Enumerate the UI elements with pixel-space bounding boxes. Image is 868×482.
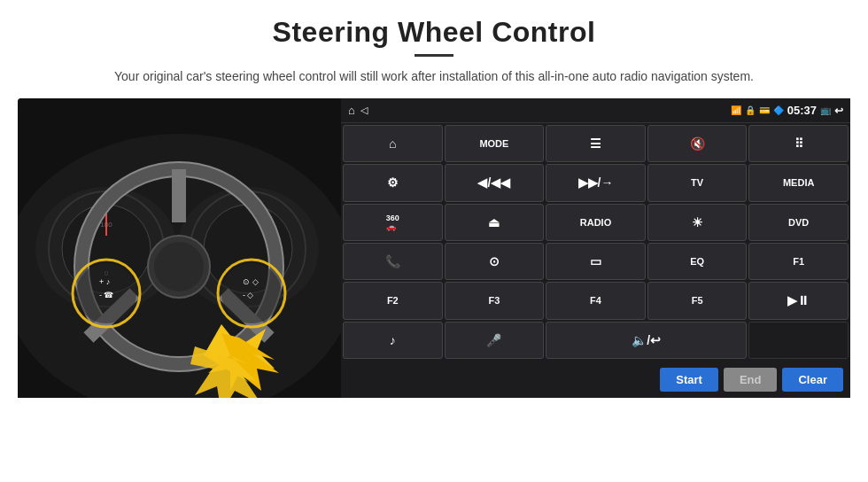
mute-icon: 🔇 — [690, 137, 705, 150]
btn-phone[interactable]: 📞 — [343, 243, 443, 280]
end-button[interactable]: End — [724, 368, 778, 392]
f3-label: F3 — [488, 295, 500, 306]
screen-icon: 📺 — [820, 105, 831, 115]
clear-button[interactable]: Clear — [782, 368, 843, 392]
btn-mic[interactable]: 🎤 — [445, 322, 545, 359]
status-bar: ⌂ ◁ 📶 🔒 💳 🔷 05:37 📺 ↩ — [341, 98, 850, 123]
page-title: Steering Wheel Control — [273, 16, 596, 49]
mic-icon: 🎤 — [486, 334, 501, 346]
steering-wheel-image: 180 0 + ♪ - ☎ — [18, 98, 341, 398]
music-icon: ♪ — [390, 334, 396, 346]
back-icon[interactable]: ↩ — [834, 105, 843, 117]
svg-text:- ☎: - ☎ — [99, 291, 114, 299]
tv-label: TV — [691, 177, 703, 188]
btn-f4[interactable]: F4 — [546, 282, 646, 319]
start-button[interactable]: Start — [660, 368, 718, 392]
btn-empty — [748, 322, 849, 359]
btn-f1[interactable]: F1 — [748, 243, 849, 280]
dvd-label: DVD — [788, 217, 809, 228]
next-icon: ▶▶/→ — [578, 176, 614, 189]
bottom-bar: Start End Clear — [341, 361, 850, 398]
btn-eq[interactable]: EQ — [647, 243, 748, 280]
wifi-icon: 📶 — [731, 105, 741, 115]
btn-tv[interactable]: TV — [647, 164, 748, 201]
nav-btn-icon: ⊙ — [489, 255, 500, 268]
btn-screen-mode[interactable]: ▭ — [546, 243, 646, 280]
svg-text:⊙ ◇: ⊙ ◇ — [243, 277, 259, 286]
steering-wheel-area: 180 0 + ♪ - ☎ — [18, 98, 341, 398]
button-grid: ⌂ MODE ☰ 🔇 ⠿ ⚙ ◀/◀◀ ▶▶/→ TV MEDIA 360🚗 ⏏… — [341, 123, 850, 361]
screen-mode-icon: ▭ — [590, 255, 601, 268]
eject-icon: ⏏ — [488, 216, 500, 229]
playpause-icon: ▶⏸ — [787, 294, 810, 307]
media-label: MEDIA — [783, 177, 814, 188]
btn-dvd[interactable]: DVD — [748, 204, 849, 241]
btn-vol-hangup[interactable]: 🔈/↩ — [546, 322, 747, 359]
home-icon[interactable]: ⌂ — [348, 104, 355, 117]
btn-home[interactable]: ⌂ — [343, 125, 443, 162]
btn-apps[interactable]: ⠿ — [748, 125, 849, 162]
svg-text:+ ♪: + ♪ — [99, 277, 110, 286]
btn-mode[interactable]: MODE — [445, 125, 545, 162]
vol-hangup-icon: 🔈/↩ — [632, 334, 661, 346]
lock-icon: 🔒 — [745, 105, 756, 115]
btn-f3[interactable]: F3 — [445, 282, 545, 319]
svg-point-17 — [154, 242, 204, 292]
mode-label: MODE — [479, 138, 508, 149]
control-panel: ⌂ ◁ 📶 🔒 💳 🔷 05:37 📺 ↩ ⌂ MODE ☰ — [341, 98, 850, 398]
time-display: 05:37 — [787, 104, 817, 117]
f2-label: F2 — [387, 295, 399, 306]
btn-radio[interactable]: RADIO — [546, 204, 646, 241]
bt-icon: 🔷 — [773, 105, 784, 115]
phone-icon: 📞 — [385, 255, 400, 268]
settings-icon: ⚙ — [387, 176, 399, 189]
btn-eject[interactable]: ⏏ — [445, 204, 545, 241]
btn-360[interactable]: 360🚗 — [343, 204, 443, 241]
btn-media[interactable]: MEDIA — [748, 164, 849, 201]
page-container: Steering Wheel Control Your original car… — [0, 0, 868, 482]
btn-nav[interactable]: ⊙ — [445, 243, 545, 280]
f4-label: F4 — [590, 295, 601, 306]
svg-text:- ◇: - ◇ — [243, 291, 254, 299]
btn-brightness[interactable]: ☀ — [647, 204, 748, 241]
apps-icon: ⠿ — [794, 137, 803, 150]
eq-label: EQ — [690, 256, 704, 267]
btn-list[interactable]: ☰ — [546, 125, 646, 162]
sdcard-icon: 💳 — [759, 105, 770, 115]
content-row: 180 0 + ♪ - ☎ — [18, 98, 850, 398]
prev-icon: ◀/◀◀ — [477, 176, 510, 189]
f5-label: F5 — [692, 295, 703, 306]
btn-settings[interactable]: ⚙ — [343, 164, 443, 201]
status-right: 📶 🔒 💳 🔷 05:37 📺 ↩ — [731, 104, 843, 117]
f1-label: F1 — [793, 256, 804, 267]
btn-playpause[interactable]: ▶⏸ — [748, 282, 849, 319]
page-subtitle: Your original car's steering wheel contr… — [114, 67, 754, 86]
nav-icon[interactable]: ◁ — [360, 105, 368, 116]
radio-label: RADIO — [580, 217, 611, 228]
btn-f5[interactable]: F5 — [647, 282, 748, 319]
brightness-icon: ☀ — [692, 216, 703, 229]
btn-mute[interactable]: 🔇 — [647, 125, 748, 162]
360-label: 360🚗 — [386, 214, 399, 231]
btn-f2[interactable]: F2 — [343, 282, 443, 319]
title-divider — [415, 54, 453, 57]
btn-prev[interactable]: ◀/◀◀ — [445, 164, 545, 201]
list-icon: ☰ — [590, 137, 601, 150]
btn-next[interactable]: ▶▶/→ — [546, 164, 646, 201]
btn-music[interactable]: ♪ — [343, 322, 443, 359]
home-btn-icon: ⌂ — [389, 137, 396, 150]
status-left: ⌂ ◁ — [348, 104, 368, 117]
